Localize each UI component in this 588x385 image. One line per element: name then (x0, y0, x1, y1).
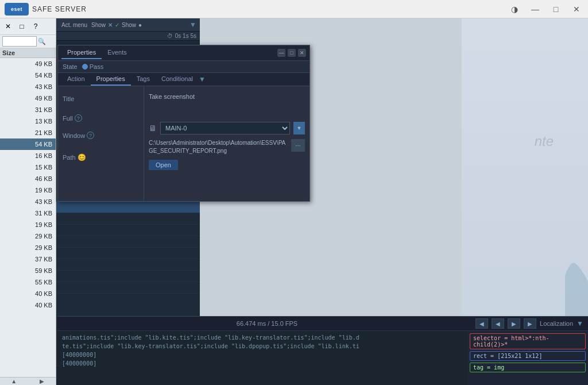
size-list-item[interactable]: 37 KB (0, 253, 56, 265)
modal-maximize-button[interactable]: □ (288, 49, 296, 57)
window-property-label: Window ? (63, 128, 139, 141)
size-column-header: Size (0, 48, 56, 58)
tab-events[interactable]: Events (102, 47, 133, 59)
open-button[interactable]: Open (149, 160, 178, 170)
state-toggle[interactable]: Pass (82, 63, 103, 70)
modal-body: Title Full ? Window ? Path 😊 Take screen… (58, 86, 310, 201)
tab-properties[interactable]: Properties (61, 47, 102, 59)
center-list-item[interactable] (56, 225, 200, 236)
full-spacer (149, 106, 305, 117)
show2-icon: ● (138, 22, 142, 28)
show1-icon: ✕ (108, 22, 113, 28)
size-list-item[interactable]: 19 KB (0, 219, 56, 230)
modal-tab-action[interactable]: Action (61, 73, 91, 86)
timer-icon: ⏱ (167, 33, 173, 39)
size-list-item[interactable]: 49 KB (0, 58, 56, 70)
fps-label: 66.474 ms / 15.0 FPS (62, 320, 472, 327)
size-list-item[interactable]: 40 KB (0, 299, 56, 311)
size-list-item[interactable]: 43 KB (0, 196, 56, 207)
size-list-item[interactable]: 21 KB (0, 127, 56, 138)
window-row: 🖥 MAIN-0 ▼ (149, 122, 305, 134)
bottom-panel: 66.474 ms / 15.0 FPS ◀ ◀ ▶ ▶ Localizatio… (57, 316, 588, 385)
path-browse-button[interactable]: ··· (291, 139, 305, 152)
localization-button[interactable]: Localization (540, 320, 573, 327)
center-list-item[interactable] (56, 259, 200, 271)
inspector-tag-row: tag = img (470, 363, 586, 372)
code-line: [40000000] (62, 359, 463, 368)
size-list-item[interactable]: 40 KB (0, 288, 56, 299)
contrast-button[interactable]: ◑ (508, 2, 521, 16)
logo-area: eset SAFE SERVER (5, 3, 87, 16)
size-list-item[interactable]: 43 KB (0, 81, 56, 93)
modal-tab-properties[interactable]: Properties (91, 73, 131, 86)
sidebar-scroll-up[interactable]: ▲ (0, 378, 28, 385)
minimize-button[interactable]: — (528, 2, 542, 16)
window-select[interactable]: MAIN-0 (160, 122, 290, 134)
app-title: SAFE SERVER (32, 5, 87, 13)
center-list-item[interactable] (56, 271, 200, 282)
size-list-item[interactable]: 13 KB (0, 116, 56, 127)
window-dropdown-button[interactable]: ▼ (293, 122, 305, 134)
sidebar-expand-button[interactable]: □ (16, 21, 28, 32)
path-value: C:\Users\Administrator\Desktop\Automatio… (149, 139, 289, 155)
title-property-label: Title (63, 92, 139, 104)
nav-right2-button[interactable]: ▶ (524, 318, 536, 329)
size-list-item[interactable]: 55 KB (0, 276, 56, 288)
size-list-item[interactable]: 31 KB (0, 104, 56, 116)
sidebar-scroll-right[interactable]: ▶ (28, 378, 56, 385)
window-help-icon[interactable]: ? (87, 132, 94, 139)
act-menu-button[interactable]: Act. menu (60, 21, 89, 29)
center-time-bar: ⏱ 0s 1s 5s (56, 32, 200, 41)
inspector-selector-text: selector = html>*:nth-child(2)>* (473, 335, 549, 348)
modal-tab-conditional[interactable]: Conditional (156, 73, 199, 86)
nav-left1-button[interactable]: ◀ (475, 318, 488, 329)
full-property-label: Full ? (63, 111, 139, 124)
center-list-item[interactable] (56, 213, 200, 225)
search-bar: 🔍 (0, 35, 56, 48)
close-button[interactable]: ✕ (570, 2, 583, 16)
code-panel: animations.tis";include "lib.kite.tis";i… (57, 331, 467, 385)
size-list-item[interactable]: 59 KB (0, 265, 56, 276)
inspector-selector-row: selector = html>*:nth-child(2)>* (470, 333, 586, 349)
size-list-item[interactable]: 29 KB (0, 242, 56, 253)
code-line: te.tis";include "lib.key-translator.tis"… (62, 342, 463, 351)
sidebar-scroll-arrows: ▲ ▶ (0, 377, 56, 385)
size-list-item[interactable]: 29 KB (0, 230, 56, 242)
search-input[interactable] (2, 36, 37, 47)
monitor-icon: 🖥 (149, 124, 157, 133)
size-list-item[interactable]: 31 KB (0, 207, 56, 219)
center-list-item[interactable] (56, 248, 200, 259)
center-list-item[interactable] (56, 282, 200, 294)
full-help-icon[interactable]: ? (75, 114, 82, 122)
size-list-item[interactable]: 54 KB (0, 138, 56, 150)
size-list-item[interactable]: 54 KB (0, 70, 56, 81)
center-panel-menu-button[interactable]: ▼ (189, 21, 196, 29)
code-line: [40000000] (62, 351, 463, 359)
sidebar-help-button[interactable]: ? (30, 21, 41, 32)
nav-left2-button[interactable]: ◀ (492, 318, 504, 329)
modal-menu-button[interactable]: ▼ (199, 73, 206, 86)
size-list-item[interactable]: 15 KB (0, 161, 56, 173)
size-list-item[interactable]: 49 KB (0, 93, 56, 104)
center-list-item[interactable] (56, 236, 200, 248)
title-value: Take screenshot (149, 92, 305, 101)
size-list-item[interactable]: 16 KB (0, 150, 56, 161)
modal-minimize-button[interactable]: — (277, 49, 285, 57)
radio-dot (82, 64, 88, 70)
modal-close-button[interactable]: ✕ (298, 49, 306, 57)
path-row: C:\Users\Administrator\Desktop\Automatio… (149, 139, 305, 155)
inspector-rect-row: rect = [215x21 1x12] (470, 351, 586, 361)
eset-logo: eset (5, 3, 29, 16)
center-toolbar: Act. menu Show ✕ ✓ Show ● ▼ (56, 18, 200, 32)
modal-tab-tags[interactable]: Tags (131, 73, 156, 86)
modal-properties-labels: Title Full ? Window ? Path 😊 (58, 86, 144, 201)
window-controls: ◑ — □ ✕ (508, 2, 583, 16)
maximize-button[interactable]: □ (549, 2, 563, 16)
size-list-item[interactable]: 19 KB (0, 184, 56, 196)
nav-right1-button[interactable]: ▶ (508, 318, 520, 329)
state-label: State (63, 63, 78, 70)
sidebar-close-button[interactable]: ✕ (2, 21, 14, 32)
size-list-item[interactable]: 46 KB (0, 173, 56, 184)
center-list-item[interactable] (56, 202, 200, 213)
bottom-panel-menu-button[interactable]: ▼ (577, 319, 583, 328)
